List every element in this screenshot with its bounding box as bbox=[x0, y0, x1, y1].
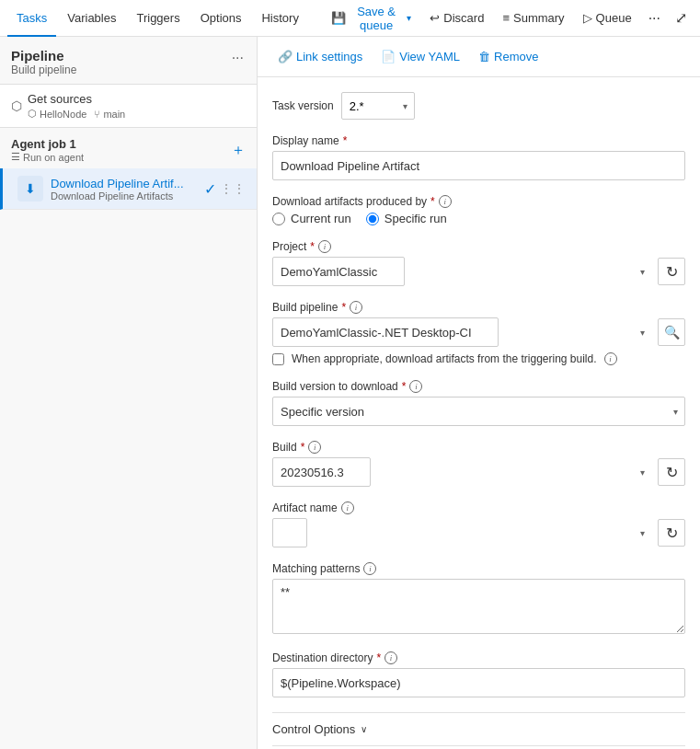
nav-tabs: Tasks Variables Triggers Options History bbox=[7, 0, 308, 37]
task-drag-icon[interactable]: ⋮⋮ bbox=[220, 181, 246, 196]
build-pipeline-search-button[interactable]: 🔍 bbox=[658, 318, 685, 346]
project-label: Project * i bbox=[272, 240, 685, 253]
tab-options[interactable]: Options bbox=[191, 0, 251, 37]
refresh-icon: ↻ bbox=[666, 263, 678, 281]
build-pipeline-select[interactable]: DemoYamlClassic-.NET Desktop-CI bbox=[272, 317, 499, 347]
pipeline-info: Pipeline Build pipeline bbox=[11, 48, 76, 76]
dd-required-marker: * bbox=[376, 651, 381, 664]
display-name-row: Display name * bbox=[272, 134, 685, 180]
nav-actions: 💾 Save & queue ▾ ↩ Discard ≡ Summary ▷ Q… bbox=[324, 1, 693, 36]
destination-directory-row: Destination directory * i // Set value a… bbox=[272, 651, 685, 697]
right-panel: 🔗 Link settings 📄 View YAML 🗑 Remove Tas… bbox=[258, 37, 700, 749]
task-version-row: Task version 2.* 1.* bbox=[272, 92, 685, 120]
build-dropdown-row: 20230516.3 ↻ bbox=[272, 457, 685, 487]
destination-directory-label: Destination directory * i bbox=[272, 651, 685, 664]
download-artifacts-row: Download artifacts produced by * i Curre… bbox=[272, 195, 685, 225]
matching-patterns-info-icon[interactable]: i bbox=[363, 562, 376, 575]
get-sources-item[interactable]: ⬡ Get sources ⬡ HelloNode ⑂ main bbox=[0, 84, 257, 128]
main-content: Pipeline Build pipeline ··· ⬡ Get source… bbox=[0, 37, 700, 749]
bv-required-marker: * bbox=[402, 380, 407, 393]
remove-button[interactable]: 🗑 Remove bbox=[473, 46, 544, 67]
task-item[interactable]: ⬇ Download Pipeline Artif... Download Pi… bbox=[0, 168, 257, 210]
branch-ref: ⑂ main bbox=[94, 108, 125, 120]
project-dropdown-row: DemoYamlClassic ↻ bbox=[272, 257, 685, 286]
form-area: Task version 2.* 1.* Display name * bbox=[258, 77, 700, 749]
project-refresh-button[interactable]: ↻ bbox=[658, 258, 685, 285]
specific-run-radio[interactable] bbox=[366, 213, 379, 225]
artifact-name-select[interactable] bbox=[272, 518, 307, 547]
tab-triggers[interactable]: Triggers bbox=[127, 0, 189, 37]
build-pipeline-label: Build pipeline * i bbox=[272, 301, 685, 314]
artifact-name-info-icon[interactable]: i bbox=[341, 501, 354, 514]
link-settings-button[interactable]: 🔗 Link settings bbox=[272, 46, 368, 67]
tab-history[interactable]: History bbox=[252, 0, 307, 37]
build-refresh-button[interactable]: ↻ bbox=[658, 458, 685, 486]
matching-patterns-row: Matching patterns i bbox=[272, 562, 685, 637]
pipeline-header: Pipeline Build pipeline ··· bbox=[0, 37, 257, 84]
project-info-icon[interactable]: i bbox=[318, 240, 331, 253]
task-check-icon: ✓ bbox=[204, 180, 216, 198]
task-version-select[interactable]: 2.* 1.* bbox=[341, 92, 415, 120]
tab-tasks[interactable]: Tasks bbox=[7, 0, 56, 37]
triggering-build-row: When appropriate, download artifacts fro… bbox=[272, 352, 685, 365]
repo-icon: ⬡ bbox=[28, 108, 37, 120]
save-queue-chevron-icon: ▾ bbox=[407, 13, 411, 23]
task-item-info: Download Pipeline Artif... Download Pipe… bbox=[51, 177, 204, 202]
bp-required-marker: * bbox=[341, 301, 346, 314]
discard-button[interactable]: ↩ Discard bbox=[422, 7, 491, 29]
build-select[interactable]: 20230516.3 bbox=[272, 457, 371, 487]
build-info-icon[interactable]: i bbox=[308, 441, 321, 454]
task-item-subtitle: Download Pipeline Artifacts bbox=[51, 190, 204, 202]
nav-more-icon[interactable]: ··· bbox=[643, 6, 666, 30]
build-version-row: Build version to download * i Specific v… bbox=[272, 380, 685, 426]
view-yaml-button[interactable]: 📄 View YAML bbox=[375, 46, 465, 67]
project-select[interactable]: DemoYamlClassic bbox=[272, 257, 405, 286]
display-name-label: Display name * bbox=[272, 134, 685, 147]
agent-icon: ☰ bbox=[11, 151, 20, 163]
triggering-build-checkbox[interactable] bbox=[272, 353, 284, 365]
agent-job-header: Agent job 1 ☰ Run on agent ＋ bbox=[0, 128, 257, 168]
get-sources-icon: ⬡ bbox=[11, 98, 22, 113]
matching-patterns-label: Matching patterns i bbox=[272, 562, 685, 575]
yaml-icon: 📄 bbox=[381, 50, 396, 63]
build-version-label: Build version to download * i bbox=[272, 380, 685, 393]
task-item-icon: ⬇ bbox=[17, 176, 43, 202]
pipeline-subtitle: Build pipeline bbox=[11, 63, 76, 76]
control-options-header[interactable]: Control Options ∨ bbox=[272, 712, 685, 745]
queue-button[interactable]: ▷ Queue bbox=[576, 7, 639, 29]
required-marker: * bbox=[343, 134, 348, 147]
build-version-select[interactable]: Specific version Latest bbox=[272, 397, 685, 426]
display-name-input[interactable] bbox=[272, 151, 685, 180]
top-nav: Tasks Variables Triggers Options History… bbox=[0, 0, 700, 37]
left-panel: Pipeline Build pipeline ··· ⬡ Get source… bbox=[0, 37, 258, 749]
build-pipeline-info-icon[interactable]: i bbox=[350, 301, 362, 314]
b-required-marker: * bbox=[301, 441, 305, 454]
matching-patterns-textarea[interactable] bbox=[272, 579, 685, 634]
summary-button[interactable]: ≡ Summary bbox=[495, 7, 571, 29]
task-version-label: Task version bbox=[272, 99, 334, 112]
save-icon: 💾 bbox=[331, 11, 346, 25]
download-artifacts-info-icon[interactable]: i bbox=[439, 195, 452, 208]
build-row: Build * i 20230516.3 ↻ bbox=[272, 441, 685, 487]
task-version-select-wrapper: 2.* 1.* bbox=[341, 92, 415, 120]
current-run-radio[interactable] bbox=[272, 213, 285, 225]
artifact-name-refresh-button[interactable]: ↻ bbox=[658, 519, 685, 547]
destination-directory-info-icon[interactable]: i bbox=[384, 651, 397, 664]
discard-icon: ↩ bbox=[430, 11, 440, 25]
remove-icon: 🗑 bbox=[478, 50, 490, 63]
artifact-refresh-icon: ↻ bbox=[666, 524, 678, 542]
get-sources-info: Get sources ⬡ HelloNode ⑂ main bbox=[28, 92, 125, 120]
current-run-option[interactable]: Current run bbox=[272, 212, 351, 225]
pipeline-more-icon[interactable]: ··· bbox=[230, 48, 246, 68]
get-sources-label: Get sources bbox=[28, 92, 125, 106]
search-icon: 🔍 bbox=[664, 325, 680, 340]
add-task-button[interactable]: ＋ bbox=[231, 141, 246, 160]
tab-variables[interactable]: Variables bbox=[58, 0, 125, 37]
triggering-build-info-icon[interactable]: i bbox=[604, 352, 617, 365]
specific-run-option[interactable]: Specific run bbox=[366, 212, 447, 225]
save-queue-button[interactable]: 💾 Save & queue ▾ bbox=[324, 1, 419, 36]
build-version-info-icon[interactable]: i bbox=[409, 380, 422, 393]
destination-directory-input[interactable] bbox=[272, 668, 685, 697]
expand-icon[interactable]: ⤢ bbox=[670, 6, 693, 30]
output-variables-header[interactable]: Output Variables ∨ bbox=[272, 745, 685, 749]
